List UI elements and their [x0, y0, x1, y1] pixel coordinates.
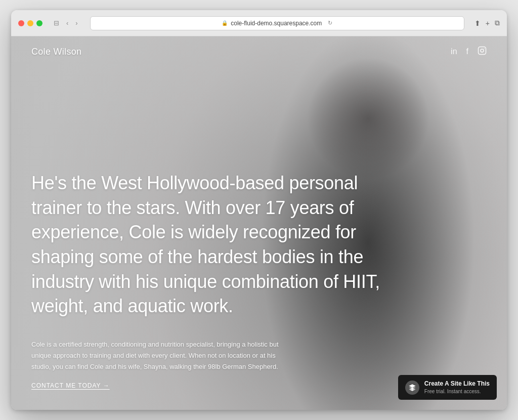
badge-text: Create A Site Like This Free trial. Inst… — [424, 380, 490, 395]
svg-point-1 — [481, 49, 484, 52]
close-button[interactable] — [18, 20, 24, 26]
svg-rect-0 — [479, 47, 486, 55]
lock-icon: 🔒 — [222, 20, 228, 26]
browser-chrome: ⊟ ‹ › 🔒 cole-fluid-demo.squarespace.com … — [11, 10, 507, 36]
maximize-button[interactable] — [36, 20, 42, 26]
hero-content: He's the West Hollywood-based personal t… — [11, 151, 507, 410]
address-bar[interactable]: 🔒 cole-fluid-demo.squarespace.com ↻ — [90, 16, 464, 30]
browser-controls: ⊟ ‹ › — [52, 18, 80, 28]
linkedin-icon[interactable]: in — [451, 47, 457, 56]
contact-cta-link[interactable]: CONTACT ME TODAY → — [31, 382, 110, 389]
url-text: cole-fluid-demo.squarespace.com — [231, 20, 322, 27]
svg-point-2 — [484, 48, 485, 49]
back-button[interactable]: ‹ — [64, 18, 70, 28]
hero-body: Cole is a certified strength, conditioni… — [31, 339, 284, 372]
site-title: Cole Wilson — [31, 47, 81, 57]
sidebar-toggle-button[interactable]: ⊟ — [52, 18, 61, 28]
badge-sub-text: Free trial. Instant access. — [424, 388, 490, 395]
social-links: in f — [451, 46, 487, 57]
new-tab-button[interactable]: + — [486, 19, 490, 27]
share-button[interactable]: ⬆ — [474, 19, 481, 27]
traffic-lights — [18, 20, 42, 26]
refresh-icon[interactable]: ↻ — [328, 20, 332, 26]
browser-window: ⊟ ‹ › 🔒 cole-fluid-demo.squarespace.com … — [11, 10, 507, 410]
badge-main-text: Create A Site Like This — [424, 380, 490, 388]
minimize-button[interactable] — [27, 20, 33, 26]
instagram-icon[interactable] — [478, 46, 487, 57]
hero-headline: He's the West Hollywood-based personal t… — [31, 171, 385, 319]
forward-button[interactable]: › — [73, 18, 79, 28]
copy-tab-button[interactable]: ⧉ — [495, 19, 500, 27]
squarespace-badge[interactable]: Create A Site Like This Free trial. Inst… — [398, 375, 497, 400]
facebook-icon[interactable]: f — [466, 47, 468, 56]
site-nav: Cole Wilson in f — [11, 36, 507, 67]
browser-actions: ⬆ + ⧉ — [474, 19, 500, 27]
website-content: Cole Wilson in f He's the West Hollywood… — [11, 36, 507, 410]
squarespace-logo-icon — [405, 381, 419, 395]
